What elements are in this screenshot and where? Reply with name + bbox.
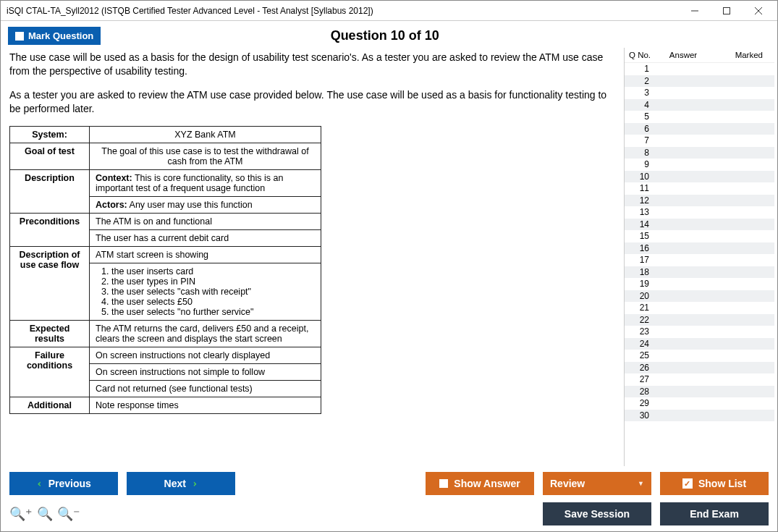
qlist-row[interactable]: 18 — [625, 266, 774, 279]
qlist-row[interactable]: 3 — [625, 87, 774, 99]
qlist-number: 9 — [629, 159, 658, 169]
col-marked: Marked — [709, 51, 770, 59]
qlist-number: 28 — [629, 387, 658, 397]
qlist-row[interactable]: 28 — [625, 386, 774, 398]
minimize-button[interactable] — [679, 1, 711, 20]
qlist-row[interactable]: 7 — [625, 135, 774, 147]
qlist-number: 5 — [629, 111, 658, 122]
col-qno: Q No. — [629, 51, 658, 59]
description-label: Description — [10, 169, 90, 213]
qlist-row[interactable]: 13 — [625, 206, 774, 219]
qlist-number: 2 — [629, 76, 658, 86]
qlist-row[interactable]: 17 — [625, 254, 774, 266]
qlist-number: 18 — [629, 267, 658, 277]
qlist-row[interactable]: 14 — [625, 219, 774, 231]
qlist-number: 17 — [629, 255, 658, 265]
qlist-number: 15 — [629, 231, 658, 241]
qlist-number: 3 — [629, 88, 658, 98]
show-list-button[interactable]: ✓ Show List — [660, 472, 769, 495]
expected-value: The ATM returns the card, delivers £50 a… — [90, 320, 321, 347]
qlist-number: 1 — [629, 64, 658, 74]
qlist-row[interactable]: 21 — [625, 302, 774, 314]
review-button[interactable]: Review ▼ — [543, 472, 651, 495]
qlist-row[interactable]: 26 — [625, 362, 774, 374]
col-answer: Answer — [658, 51, 709, 59]
qlist-number: 8 — [629, 148, 658, 158]
qlist-number: 20 — [629, 291, 658, 301]
system-label: System: — [10, 126, 90, 143]
mark-question-button[interactable]: Mark Question — [8, 27, 101, 45]
intro-paragraph-2: As a tester you are asked to review the … — [9, 88, 611, 116]
qlist-row[interactable]: 8 — [625, 147, 774, 159]
precond-2: The user has a current debit card — [90, 229, 321, 246]
qlist-row[interactable]: 10 — [625, 171, 774, 183]
qlist-row[interactable]: 12 — [625, 195, 774, 207]
qlist-row[interactable]: 20 — [625, 290, 774, 303]
previous-button[interactable]: ‹ Previous — [9, 472, 118, 495]
flow-step: the user inserts card — [111, 266, 315, 276]
table-row: Goal of test The goal of this use case i… — [10, 143, 321, 169]
qlist-row[interactable]: 2 — [625, 75, 774, 88]
intro-paragraph-1: The use case will be used as a basis for… — [9, 51, 611, 78]
qlist-number: 27 — [629, 374, 658, 384]
maximize-button[interactable] — [711, 1, 743, 20]
flow-steps: the user inserts cardthe user types in P… — [90, 263, 321, 320]
end-exam-button[interactable]: End Exam — [660, 502, 769, 525]
show-answer-button[interactable]: Show Answer — [426, 472, 534, 495]
qlist-row[interactable]: 15 — [625, 230, 774, 242]
qlist-row[interactable]: 19 — [625, 278, 774, 290]
qlist-row[interactable]: 24 — [625, 338, 774, 350]
qlist-row[interactable]: 5 — [625, 111, 774, 123]
qlist-number: 11 — [629, 183, 658, 193]
qlist-row[interactable]: 11 — [625, 182, 774, 195]
qlist-number: 26 — [629, 363, 658, 373]
mark-question-label: Mark Question — [28, 30, 93, 41]
flow-step: the user selects £50 — [111, 297, 315, 307]
failure-1: On screen instructions not clearly displ… — [90, 347, 321, 363]
save-session-button[interactable]: Save Session — [543, 502, 651, 525]
qlist-row[interactable]: 16 — [625, 242, 774, 255]
window-controls — [679, 1, 774, 20]
zoom-out-icon[interactable]: 🔍⁻ — [57, 506, 80, 522]
qlist-row[interactable]: 23 — [625, 326, 774, 338]
chevron-right-icon: › — [192, 478, 198, 489]
table-row: Expected results The ATM returns the car… — [10, 320, 321, 347]
qlist-number: 30 — [629, 410, 658, 421]
description-actors: Actors: Any user may use this function — [90, 196, 321, 213]
qlist-row[interactable]: 9 — [625, 159, 774, 171]
close-button[interactable] — [743, 1, 774, 20]
zoom-reset-icon[interactable]: 🔍 — [37, 506, 53, 522]
qlist-row[interactable]: 6 — [625, 123, 774, 135]
flow-step: the user selects "no further service" — [111, 307, 315, 317]
flow-step: the user selects "cash with receipt" — [111, 287, 315, 297]
qlist-row[interactable]: 25 — [625, 350, 774, 362]
zoom-controls: 🔍⁺ 🔍 🔍⁻ — [9, 506, 80, 522]
system-value: XYZ Bank ATM — [90, 126, 321, 143]
qlist-number: 23 — [629, 326, 658, 337]
qlist-number: 25 — [629, 350, 658, 360]
qlist-row[interactable]: 29 — [625, 397, 774, 410]
main-area: The use case will be used as a basis for… — [1, 48, 777, 466]
app-window: iSQI CTAL-TA_Syll2012 (ISTQB Certified T… — [0, 0, 778, 532]
zoom-in-icon[interactable]: 🔍⁺ — [9, 506, 33, 522]
next-button[interactable]: Next › — [127, 472, 235, 495]
svg-rect-1 — [724, 7, 730, 14]
goal-label: Goal of test — [10, 143, 90, 169]
qlist-number: 19 — [629, 279, 658, 289]
qlist-number: 24 — [629, 339, 658, 349]
qlist-row[interactable]: 30 — [625, 410, 774, 422]
qlist-body[interactable]: 1234567891011121314151617181920212223242… — [625, 62, 774, 466]
question-content[interactable]: The use case will be used as a basis for… — [4, 48, 624, 466]
titlebar: iSQI CTAL-TA_Syll2012 (ISTQB Certified T… — [1, 1, 777, 21]
qlist-number: 10 — [629, 172, 658, 182]
failure-2: On screen instructions not simple to fol… — [90, 363, 321, 380]
additional-value: Note response times — [90, 397, 321, 413]
question-list-panel: Q No. Answer Marked 12345678910111213141… — [624, 48, 774, 466]
chevron-down-icon: ▼ — [638, 480, 644, 487]
description-context: Context: This is core functionality, so … — [90, 169, 321, 196]
qlist-row[interactable]: 1 — [625, 63, 774, 75]
qlist-row[interactable]: 22 — [625, 314, 774, 326]
additional-label: Additional — [10, 397, 90, 413]
qlist-row[interactable]: 4 — [625, 99, 774, 111]
qlist-row[interactable]: 27 — [625, 373, 774, 386]
